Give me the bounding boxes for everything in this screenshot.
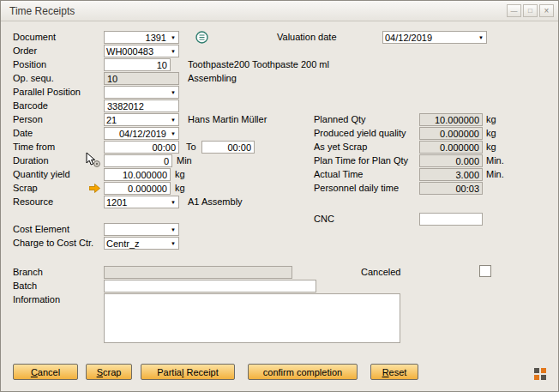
scrap-label-post: crap <box>103 367 121 377</box>
cancel-label-post: ancel <box>38 367 60 377</box>
branch-field <box>104 266 292 279</box>
time-from-label: Time from <box>13 141 55 154</box>
resource-combo[interactable]: ▼ <box>104 196 179 208</box>
charge-to-cost-ctr-input[interactable] <box>105 238 168 249</box>
mouse-cursor <box>85 152 102 169</box>
document-combo[interactable]: ▼ <box>104 31 179 44</box>
confirm-completion-button[interactable]: confirm completion <box>248 364 358 380</box>
cost-element-combo[interactable]: ▼ <box>104 223 179 236</box>
document-input[interactable] <box>105 32 168 43</box>
produced-yield-quality-label: Produced yield quality <box>314 127 406 140</box>
information-textarea[interactable] <box>104 293 400 343</box>
valuation-date-input[interactable] <box>383 32 476 43</box>
time-from-input[interactable] <box>104 141 179 154</box>
actual-time-label: Actual Time <box>314 168 363 181</box>
valuation-date-combo[interactable]: ▼ <box>382 31 487 44</box>
canceled-checkbox[interactable] <box>479 265 491 277</box>
time-receipts-window: Time Receipts — □ × Document Order Posit… <box>0 0 559 392</box>
cnc-input[interactable] <box>419 213 483 226</box>
partial-receipt-button[interactable]: Partial Receipt <box>141 364 235 380</box>
personnel-daily-time-label: Personnel daily time <box>314 182 399 195</box>
person-input[interactable] <box>105 114 168 125</box>
reset-label-post: eset <box>389 367 407 377</box>
batch-input[interactable] <box>104 280 316 292</box>
date-dropdown-icon[interactable]: ▼ <box>168 128 178 139</box>
produced-yield-quality-unit: kg <box>486 127 496 140</box>
date-combo[interactable]: ▼ <box>104 127 179 140</box>
resource-dropdown-icon[interactable]: ▼ <box>168 196 178 208</box>
canceled-label: Canceled <box>361 266 400 279</box>
valuation-date-dropdown-icon[interactable]: ▼ <box>476 32 486 43</box>
form-settings-icon[interactable] <box>534 368 547 381</box>
titlebar[interactable]: Time Receipts — □ × <box>1 1 558 21</box>
link-arrow-icon[interactable] <box>89 184 100 193</box>
information-label: Information <box>13 293 60 306</box>
cost-element-dropdown-icon[interactable]: ▼ <box>168 224 178 235</box>
valuation-date-label: Valuation date <box>277 31 337 44</box>
charge-to-cost-ctr-combo[interactable]: ▼ <box>104 237 179 250</box>
op-sequ-label: Op. sequ. <box>13 72 54 85</box>
parallel-position-label: Parallel Position <box>13 86 81 99</box>
order-label: Order <box>13 45 37 57</box>
time-to-input[interactable] <box>201 141 255 154</box>
barcode-label: Barcode <box>13 100 48 112</box>
plan-time-for-plan-qty-field <box>419 154 483 167</box>
resource-label: Resource <box>13 196 53 208</box>
parallel-position-combo[interactable]: ▼ <box>104 86 179 99</box>
batch-label: Batch <box>13 280 37 292</box>
parallel-position-dropdown-icon[interactable]: ▼ <box>168 87 178 98</box>
order-input[interactable] <box>105 45 168 57</box>
person-combo[interactable]: ▼ <box>104 113 179 126</box>
close-icon[interactable]: × <box>539 4 554 17</box>
view-document-icon[interactable] <box>195 30 209 45</box>
cost-element-input[interactable] <box>105 224 168 235</box>
scrap-button[interactable]: Scrap <box>86 364 132 380</box>
parallel-position-input[interactable] <box>105 87 168 98</box>
position-label: Position <box>13 58 46 71</box>
resource-input[interactable] <box>105 196 168 208</box>
quantity-yield-input[interactable] <box>104 168 171 181</box>
actual-time-unit: Min. <box>486 168 504 181</box>
scrap-input[interactable] <box>104 182 171 195</box>
person-dropdown-icon[interactable]: ▼ <box>168 114 178 125</box>
planned-qty-field <box>419 113 483 126</box>
reset-button[interactable]: Reset <box>370 364 418 380</box>
op-sequ-description: Assembling <box>188 72 237 85</box>
charge-to-cost-ctr-dropdown-icon[interactable]: ▼ <box>168 238 178 249</box>
document-label: Document <box>13 31 56 44</box>
date-input[interactable] <box>105 128 168 139</box>
duration-unit: Min <box>177 154 192 167</box>
barcode-input[interactable] <box>104 100 179 112</box>
partial-receipt-label-post: Receipt <box>183 367 218 377</box>
person-label: Person <box>13 113 43 126</box>
scrap-label-key: S <box>97 367 103 377</box>
maximize-icon[interactable]: □ <box>523 4 538 17</box>
minimize-icon[interactable]: — <box>507 4 521 17</box>
planned-qty-unit: kg <box>486 113 496 126</box>
order-combo[interactable]: ▼ <box>104 45 179 57</box>
personnel-daily-time-field <box>419 182 483 195</box>
time-to-label: To <box>186 141 196 154</box>
plan-time-for-plan-qty-label: Plan Time for Plan Qty <box>314 154 408 167</box>
charge-to-cost-ctr-label: Charge to Cost Ctr. <box>13 237 93 250</box>
quantity-yield-unit: kg <box>175 168 185 181</box>
duration-label: Duration <box>13 154 49 167</box>
op-sequ-field <box>104 72 179 85</box>
quantity-yield-label: Quantity yield <box>13 168 70 181</box>
duration-input[interactable] <box>104 154 172 167</box>
person-description: Hans Martin Müller <box>188 113 267 126</box>
document-dropdown-icon[interactable]: ▼ <box>168 32 178 43</box>
as-yet-scrap-field <box>419 141 483 154</box>
plan-time-for-plan-qty-unit: Min. <box>486 154 504 167</box>
actual-time-field <box>419 168 483 181</box>
position-input[interactable] <box>104 58 171 71</box>
as-yet-scrap-label: As yet Scrap <box>314 141 367 154</box>
scrap-label: Scrap <box>13 182 38 195</box>
position-description: Toothpaste200 Toothpaste 200 ml <box>188 58 329 71</box>
cancel-button[interactable]: Cancel <box>13 364 78 380</box>
order-dropdown-icon[interactable]: ▼ <box>168 45 178 57</box>
reset-label-key: R <box>382 367 389 377</box>
cancel-label-key: C <box>31 367 38 377</box>
branch-label: Branch <box>13 266 43 279</box>
scrap-unit: kg <box>175 182 185 195</box>
